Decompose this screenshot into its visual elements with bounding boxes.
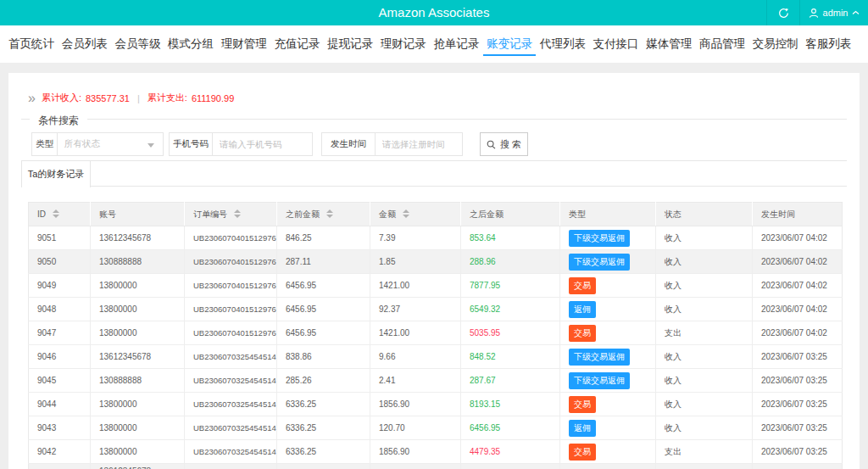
row-time: 2023/06/07 04:02 [753, 321, 843, 345]
type-group: 类型 所有状态 [31, 132, 164, 156]
nav-item-15[interactable]: 客服列表 [805, 25, 851, 63]
row-after-amount: 848.52 [461, 345, 560, 369]
select-caret-icon [147, 143, 154, 148]
row-time: 2023/06/07 03:25 [753, 416, 843, 440]
row-cell [29, 464, 91, 469]
row-account: 13800000 [91, 274, 185, 298]
nav-item-13[interactable]: 商品管理 [699, 25, 745, 63]
time-group: 发生时间 [321, 132, 463, 156]
row-order: UB2306070325454514 [185, 369, 277, 393]
row-before-amount: 6456.95 [277, 274, 370, 298]
total-expense-label: 累计支出: [147, 92, 187, 104]
row-cell [277, 464, 370, 469]
col-header-label: 类型 [569, 209, 586, 219]
type-badge[interactable]: 交易 [569, 277, 596, 294]
type-badge[interactable]: 交易 [569, 444, 596, 461]
nav-item-11[interactable]: 支付接口 [593, 25, 639, 63]
time-input[interactable] [376, 132, 463, 156]
row-type: 交易 [560, 393, 656, 416]
chevron-up-icon [852, 10, 860, 15]
nav-item-14[interactable]: 交易控制 [753, 25, 798, 63]
type-badge[interactable]: 下级交易返佣 [569, 349, 630, 366]
type-badge[interactable]: 下级交易返佣 [569, 372, 630, 389]
row-order: UB2306070401512976 [185, 321, 277, 345]
nav-item-5[interactable]: 充值记录 [274, 25, 320, 63]
row-id: 9042 [29, 440, 91, 464]
nav-item-2[interactable]: 会员等级 [114, 25, 160, 63]
user-icon [809, 8, 819, 19]
row-account: 13612345678 [91, 345, 185, 369]
row-type: 下级交易返佣 [560, 226, 656, 250]
row-amount: 9.66 [370, 345, 461, 369]
table-row: 9050130888888UB2306070401512976287.111.8… [29, 250, 843, 274]
nav-item-1[interactable]: 会员列表 [62, 25, 108, 63]
table-row: 904813800000UB23060704015129766456.9592.… [29, 298, 843, 321]
type-badge[interactable]: 返佣 [569, 301, 596, 318]
sort-icon[interactable] [53, 209, 59, 218]
stats-separator: | [134, 93, 143, 103]
col-header-2[interactable]: 订单编号 [185, 203, 277, 226]
nav-item-8[interactable]: 抢单记录 [434, 25, 480, 63]
type-badge[interactable]: 交易 [569, 396, 596, 413]
row-id: 9049 [29, 274, 91, 298]
sort-icon[interactable] [403, 209, 409, 218]
col-header-label: 金额 [379, 209, 396, 219]
row-before-amount: 6336.25 [277, 416, 370, 440]
nav-item-3[interactable]: 模式分组 [168, 25, 214, 63]
search-button[interactable]: 搜 索 [480, 132, 528, 156]
nav-item-4[interactable]: 理财管理 [221, 25, 267, 63]
refresh-button[interactable] [766, 0, 800, 25]
row-status: 收入 [656, 369, 753, 393]
nav-item-0[interactable]: 首页统计 [8, 25, 54, 63]
sort-icon[interactable] [326, 209, 333, 218]
table-row: 904313800000UB23060703254545146336.25120… [29, 416, 843, 440]
table-row: 904413800000UB23060703254545146336.25185… [29, 393, 843, 416]
row-time: 2023/06/07 03:25 [753, 440, 843, 464]
row-before-amount: 287.11 [277, 250, 370, 274]
nav-item-6[interactable]: 提现记录 [327, 25, 373, 63]
type-badge[interactable]: 下级交易返佣 [569, 254, 630, 271]
sort-icon[interactable] [234, 209, 241, 218]
row-id: 9045 [29, 369, 91, 393]
row-after-amount: 853.64 [461, 226, 560, 250]
total-income-label: 累计收入: [42, 92, 81, 104]
row-account: 130888888 [91, 250, 185, 274]
col-header-0[interactable]: ID [29, 203, 91, 226]
type-badge[interactable]: 交易 [569, 325, 596, 342]
col-header-label: 订单编号 [193, 209, 227, 219]
nav-item-7[interactable]: 理财记录 [381, 25, 426, 63]
col-header-4[interactable]: 金额 [370, 203, 461, 226]
type-badge[interactable]: 返佣 [569, 420, 596, 437]
phone-group: 手机号码 [169, 132, 313, 156]
row-amount: 120.70 [370, 416, 461, 440]
row-after-amount: 288.96 [461, 250, 560, 274]
row-type: 下级交易返佣 [560, 369, 656, 393]
nav-item-9[interactable]: 账变记录 [487, 25, 532, 63]
col-header-3[interactable]: 之前金额 [277, 203, 370, 226]
row-after-amount: 4479.35 [461, 440, 560, 464]
col-header-label: ID [37, 209, 46, 219]
phone-input[interactable] [213, 132, 313, 156]
table-row: 904613612345678UB2306070325454514838.869… [29, 345, 843, 369]
table-row-partial: 13612345678 [29, 464, 843, 469]
row-time: 2023/06/07 04:02 [753, 298, 843, 321]
row-id: 9044 [29, 393, 91, 416]
user-menu[interactable]: admin [800, 0, 868, 25]
row-id: 9051 [29, 226, 91, 250]
row-id: 9046 [29, 345, 91, 369]
nav-item-12[interactable]: 媒体管理 [646, 25, 692, 63]
tab-financial-records[interactable]: Ta的财务记录 [21, 161, 91, 187]
total-expense-value: 611190.99 [192, 93, 234, 103]
type-badge[interactable]: 下级交易返佣 [569, 230, 630, 247]
row-id: 9048 [29, 298, 91, 321]
row-type: 交易 [560, 321, 656, 345]
row-order: UB2306070401512976 [185, 274, 277, 298]
row-amount: 1421.00 [370, 274, 461, 298]
type-select[interactable]: 所有状态 [58, 132, 164, 156]
page: Amazon Associates admin 首页统计会员列表会员等级模式分 [0, 0, 868, 469]
row-before-amount: 6336.25 [277, 393, 370, 416]
row-cell [656, 464, 753, 469]
table-row: 904913800000UB23060704015129766456.95142… [29, 274, 843, 298]
row-status: 收入 [656, 345, 753, 369]
nav-item-10[interactable]: 代理列表 [540, 25, 586, 63]
